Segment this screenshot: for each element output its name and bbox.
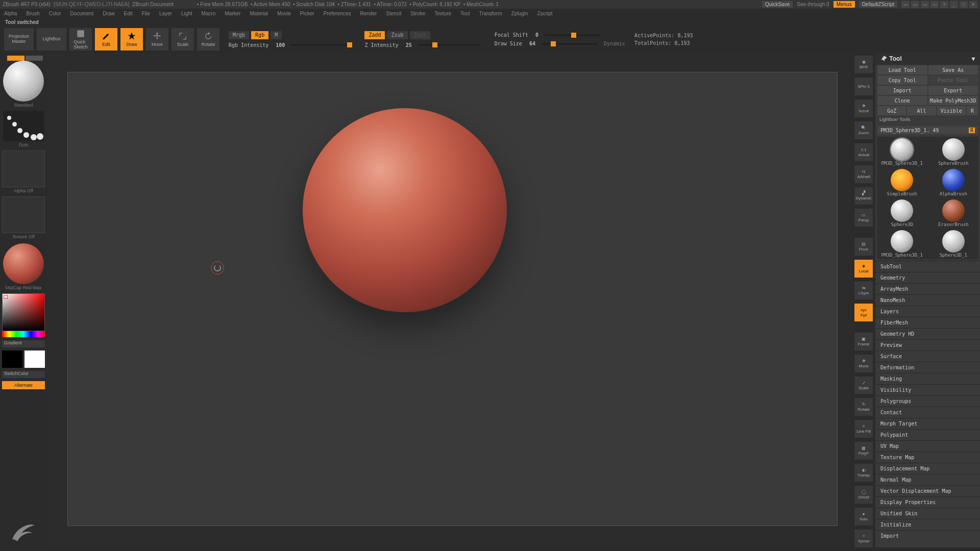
menu-draw[interactable]: Draw	[103, 11, 114, 16]
menu-color[interactable]: Color	[49, 11, 61, 16]
menu-picker[interactable]: Picker	[300, 11, 314, 16]
sculpt-sphere[interactable]	[303, 108, 507, 312]
lightbox-tools[interactable]: Lightbox› Tools	[877, 117, 978, 124]
actual-button[interactable]: 1:1Actual	[854, 143, 873, 161]
scale-button[interactable]: ⤢Scale	[854, 377, 873, 394]
rollout-preview[interactable]: Preview	[875, 339, 980, 350]
scroll-button[interactable]: ✥Scroll	[854, 99, 873, 117]
canvas-area[interactable]	[47, 53, 852, 547]
projection-master-button[interactable]: Projection Master	[4, 28, 34, 51]
lsym-button[interactable]: ⇋LSym	[854, 282, 873, 299]
menu-zscript[interactable]: Zscript	[537, 11, 552, 16]
xyz-button[interactable]: xyzXyz	[854, 304, 873, 321]
zoom-button[interactable]: 🔍Zoom	[854, 121, 873, 139]
menu-marker[interactable]: Marker	[225, 11, 240, 16]
zadd-toggle[interactable]: Zadd	[364, 31, 385, 39]
help-icon[interactable]: ?	[940, 1, 948, 8]
rollout-normal-map[interactable]: Normal Map	[875, 474, 980, 485]
menu-stencil[interactable]: Stencil	[386, 11, 401, 16]
scale-button[interactable]: Scale	[172, 28, 194, 51]
tool-import-button[interactable]: Import	[877, 86, 927, 95]
m-toggle[interactable]: M	[271, 31, 282, 39]
palette-pm3d_sphere3d_1[interactable]: PM3D_Sphere3D_1	[878, 138, 926, 166]
solo-button[interactable]: ●Solo	[854, 508, 873, 525]
rollout-layers[interactable]: Layers	[875, 306, 980, 317]
rollout-displacement-map[interactable]: Displacement Map	[875, 463, 980, 474]
palette-spherebrush[interactable]: SphereBrush	[930, 138, 977, 166]
persp-button[interactable]: ▭Persp	[854, 209, 873, 227]
quick-sketch-button[interactable]: Quick Sketch	[69, 28, 92, 51]
menu-macro[interactable]: Macro	[202, 11, 216, 16]
menu-document[interactable]: Document	[70, 11, 94, 16]
pin-icon[interactable]	[880, 55, 888, 62]
tool-copy-tool-button[interactable]: Copy Tool	[877, 76, 927, 85]
z-intensity-slider[interactable]	[418, 44, 479, 46]
rollout-nanomesh[interactable]: NanoMesh	[875, 294, 980, 306]
seethrough-slider[interactable]: See-through 0	[797, 2, 829, 7]
rollout-deformation[interactable]: Deformation	[875, 362, 980, 373]
rollout-surface[interactable]: Surface	[875, 350, 980, 362]
palette-sphere3d[interactable]: Sphere3D	[878, 199, 926, 227]
rollout-unified-skin[interactable]: Unified Skin	[875, 508, 980, 519]
rollout-morph-target[interactable]: Morph Target	[875, 418, 980, 429]
palette-simplebrush[interactable]: SimpleBrush	[878, 169, 926, 196]
menu-layer[interactable]: Layer	[159, 11, 172, 16]
rollout-arraymesh[interactable]: ArrayMesh	[875, 283, 980, 294]
rollout-fibermesh[interactable]: FiberMesh	[875, 317, 980, 328]
rollout-subtool[interactable]: SubTool	[875, 261, 980, 272]
rollout-vector-displacement-map[interactable]: Vector Displacement Map	[875, 485, 980, 496]
floor-button[interactable]: ▤Floor	[854, 238, 873, 256]
menu-stroke[interactable]: Stroke	[410, 11, 425, 16]
zcut-toggle[interactable]: Zcut	[410, 31, 430, 39]
current-tool-name[interactable]: PM3D_Sphere3D_1. 49R	[877, 126, 978, 134]
rollout-visibility[interactable]: Visibility	[875, 384, 980, 395]
rgb-intensity-slider[interactable]	[291, 44, 352, 46]
tool-export-button[interactable]: Export	[928, 86, 978, 95]
brush-thumb[interactable]: Standard	[2, 61, 45, 108]
menu-zplugin[interactable]: Zplugin	[511, 11, 528, 16]
move-button[interactable]: Move	[146, 28, 168, 51]
menu-transform[interactable]: Transform	[479, 11, 502, 16]
texture-thumb[interactable]: Texture Off	[2, 196, 45, 239]
layout-a-icon[interactable]: ▭	[901, 1, 910, 8]
menu-tool[interactable]: Tool	[460, 11, 470, 16]
ghost-button[interactable]: ◯Ghost	[854, 486, 873, 504]
frame-button[interactable]: ▣Frame	[854, 333, 873, 350]
tool-paste-tool-button[interactable]: Paste Tool	[928, 76, 978, 85]
rollout-texture-map[interactable]: Texture Map	[875, 452, 980, 463]
menu-brush[interactable]: Brush	[27, 11, 40, 16]
menu-texture[interactable]: Texture	[434, 11, 451, 16]
rollout-polypaint[interactable]: Polypaint	[875, 429, 980, 440]
stroke-thumb[interactable]: Dots	[3, 111, 44, 147]
tool-clone-button[interactable]: Clone	[877, 96, 927, 105]
palette-eraserbrush[interactable]: EraserBrush	[930, 199, 977, 227]
panel-collapse-icon[interactable]: ▾	[972, 55, 975, 62]
switch-color-button[interactable]: SwitchColor	[2, 371, 45, 378]
tool-goz-button[interactable]: GoZ	[877, 106, 906, 115]
palette-pm3d_sphere3d_1[interactable]: PM3D_Sphere3D_1	[878, 230, 926, 258]
rotate-button[interactable]: Rotate	[197, 28, 219, 51]
menu-light[interactable]: Light	[181, 11, 192, 16]
tool-r-button[interactable]: R	[967, 106, 978, 115]
draw-button[interactable]: Draw	[120, 28, 143, 51]
default-script[interactable]: DefaultZScript	[859, 1, 897, 8]
color-swatches[interactable]	[2, 350, 45, 368]
xpose-button[interactable]: ✧Xpose	[854, 530, 873, 547]
draw-size-slider[interactable]	[542, 43, 598, 45]
edit-button[interactable]: Edit	[95, 28, 117, 51]
tool-make-polymesh3d-button[interactable]: Make PolyMesh3D	[928, 96, 978, 105]
rollout-contact[interactable]: Contact	[875, 407, 980, 418]
focal-shift-slider[interactable]	[545, 34, 601, 36]
close-icon[interactable]: ✕	[969, 1, 977, 8]
tool-visible-button[interactable]: Visible	[937, 106, 966, 115]
palette-alphabrush[interactable]: AlphaBrush	[930, 169, 977, 196]
alpha-thumb[interactable]: Alpha Off	[2, 151, 45, 193]
layout-d-icon[interactable]: ▭	[930, 1, 939, 8]
rollout-display-properties[interactable]: Display Properties	[875, 496, 980, 508]
maximize-icon[interactable]: □	[960, 1, 968, 8]
rollout-masking[interactable]: Masking	[875, 373, 980, 384]
menus-toggle[interactable]: Menus	[834, 1, 855, 8]
rollout-geometry[interactable]: Geometry	[875, 272, 980, 283]
menu-alpha[interactable]: Alpha	[4, 11, 17, 16]
quicksave-button[interactable]: QuickSave	[762, 1, 793, 8]
